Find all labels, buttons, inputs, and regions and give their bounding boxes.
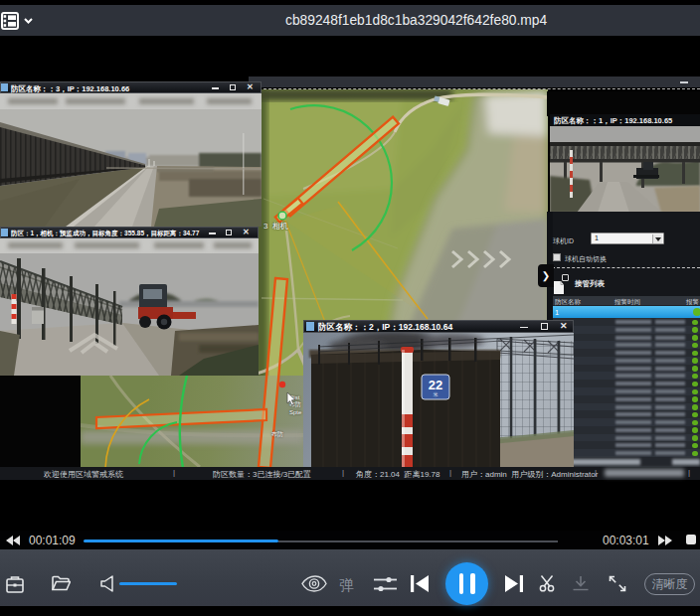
svg-text:米: 米	[434, 391, 438, 397]
svg-text:22: 22	[429, 378, 442, 392]
